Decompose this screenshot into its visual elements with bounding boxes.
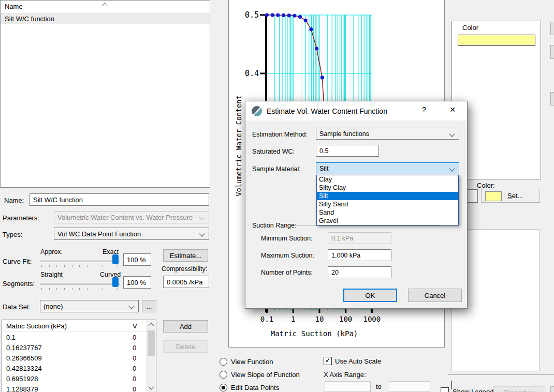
table-row[interactable]: 0.263665090 [2,353,147,363]
column-header-suction[interactable]: Matric Suction (kPa) [2,322,129,330]
name-label: Name: [4,197,24,204]
types-label: Types: [3,231,22,238]
min-suction-input: 0.1 kPa [328,232,391,244]
types-value: Vol WC Data Point Function [57,230,141,238]
segments-label: Segments: [3,280,35,288]
edge-button[interactable] [550,45,554,59]
svg-text:0.5: 0.5 [245,10,259,20]
dropdown-option[interactable]: Gravel [317,217,458,225]
dropdown-option[interactable]: Silty Sand [317,200,458,208]
set-button-label: Set... [507,192,523,200]
data-set-value: (none) [43,303,63,310]
data-set-combobox[interactable]: (none) [40,300,139,312]
dialog-title-bar[interactable]: Estimate Vol. Water Content Function ? ✕ [245,101,467,120]
min-suction-label: Minimum Suction: [261,235,312,242]
dropdown-option[interactable]: Sand [317,208,458,217]
sample-material-label: Sample Material: [252,165,301,173]
browse-data-set-button[interactable]: ... [142,300,156,312]
table-row[interactable]: 0.428133240 [2,363,147,373]
radio-button[interactable] [220,371,227,379]
radio-option[interactable]: Edit Data Points [220,381,300,392]
segments-slider[interactable] [40,283,120,285]
cancel-button[interactable]: Cancel [408,289,462,302]
table-row[interactable]: 1.12883790 [2,384,147,392]
app-window: Name Silt W/C function Name: Silt W/C fu… [0,0,554,392]
chevron-down-icon [449,131,455,137]
svg-text:100: 100 [339,315,352,323]
auto-scale-label: Use Auto Scale [335,357,381,365]
max-suction-input[interactable]: 1,000 kPa [328,249,391,261]
estimate-dialog: Estimate Vol. Water Content Function ? ✕… [245,101,468,309]
compressibility-label: Compressibility: [162,265,207,273]
set-color-button[interactable]: Set... [481,189,540,203]
radio-button[interactable] [220,358,227,366]
chevron-down-icon [128,303,134,309]
table-row[interactable]: 0.69519280 [2,373,147,384]
num-points-input[interactable]: 20 [328,266,391,278]
divider [448,374,554,375]
edge-button[interactable] [550,92,554,105]
compressibility-input[interactable]: 0.0005 /kPa [163,276,209,288]
list-header[interactable]: Name [1,1,210,13]
segments-left-label: Straight [40,271,63,278]
list-item[interactable]: Silt W/C function [1,13,210,24]
estimation-method-combobox[interactable]: Sample functions [316,128,459,140]
segments-slider-thumb[interactable] [112,277,119,287]
saturated-wc-input[interactable]: 0.5 [316,145,379,157]
show-legend-checkbox[interactable] [441,387,449,392]
dropdown-option[interactable]: Clay [317,175,458,184]
dropdown-option[interactable]: Silt [317,192,458,200]
add-button[interactable]: Add [163,320,208,333]
x-range-max-input[interactable] [389,381,430,392]
radio-button[interactable] [220,384,227,391]
curve-fit-label: Curve Fit: [3,258,32,265]
chevron-down-icon [449,165,455,171]
column-header-v[interactable]: V [129,322,147,330]
close-button[interactable]: ✕ [445,105,460,114]
segments-value-input[interactable]: 100 % [123,276,151,289]
estimate-button[interactable]: Estimate... [163,249,208,262]
curve-fit-value-input[interactable]: 100 % [123,253,151,266]
x-range-min-input[interactable] [325,381,371,392]
color-swatch[interactable] [458,35,535,46]
svg-text:Matric Suction (kPa): Matric Suction (kPa) [271,329,358,338]
groupbox-line [295,225,440,226]
ok-button[interactable]: OK [343,289,397,302]
radio-option[interactable]: View Function [220,355,300,368]
sample-material-combobox[interactable]: Silt [316,162,459,174]
auto-scale-row: ✓ Use Auto Scale [324,357,381,365]
sample-material-value: Silt [319,165,328,172]
curve-fit-left-label: Approx. [40,248,63,255]
scroll-up-icon[interactable] [148,323,154,328]
suction-range-label: Suction Range: [252,222,296,229]
function-list: Name Silt W/C function [0,0,210,188]
list-header-label: Name [5,3,23,10]
edge-button[interactable] [550,386,554,392]
edge-button[interactable] [550,22,554,35]
radio-option[interactable]: View Slope of Function [220,368,300,381]
color-column-header[interactable]: Color [452,21,541,34]
curve-fit-slider[interactable] [40,260,120,262]
table-row[interactable]: 0.10 [2,332,147,342]
table-row[interactable]: 0.162377670 [2,342,147,353]
suction-table-rows: 0.100.1623776700.2636650900.4281332400.6… [2,332,147,392]
delete-button: Delete [163,340,208,353]
svg-text:1000: 1000 [363,315,381,323]
dropdown-option[interactable]: Silty Clay [317,184,458,192]
help-button[interactable]: ? [418,105,430,114]
estimation-method-label: Estimation Method: [252,131,308,138]
svg-text:1: 1 [291,315,295,323]
view-mode-radios: View FunctionView Slope of FunctionEdit … [220,355,300,392]
show-legend-label: Show Legend [453,388,494,392]
auto-scale-checkbox[interactable]: ✓ [324,357,332,365]
num-points-label: Number of Points: [261,269,313,276]
table-header[interactable]: Matric Suction (kPa) V [2,320,156,332]
curve-fit-slider-thumb[interactable] [112,254,119,264]
parameters-combobox: Volumetric Water Content vs. Water Press… [54,211,209,223]
types-combobox[interactable]: Vol WC Data Point Function [54,228,209,240]
scroll-down-icon[interactable] [148,384,154,389]
name-input[interactable]: Silt W/C function [30,193,209,206]
scrollbar-thumb[interactable] [148,330,155,356]
table-scrollbar[interactable] [147,320,156,392]
max-suction-label: Maximum Suction: [261,252,314,259]
